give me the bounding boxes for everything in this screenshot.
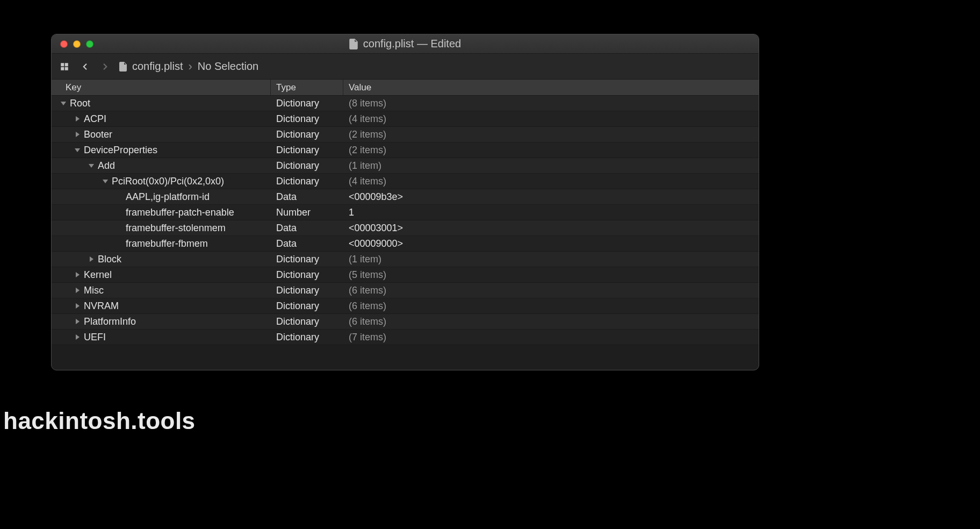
key-cell[interactable]: Misc (52, 283, 271, 298)
type-cell[interactable]: Number (271, 205, 343, 220)
type-cell[interactable]: Data (271, 189, 343, 204)
value-cell[interactable]: (8 items) (343, 96, 759, 111)
table-row[interactable]: UEFIDictionary(7 items) (52, 330, 759, 345)
breadcrumb-selection[interactable]: No Selection (198, 60, 258, 73)
value-cell[interactable]: (6 items) (343, 314, 759, 329)
key-cell[interactable]: UEFI (52, 330, 271, 345)
type-cell[interactable]: Dictionary (271, 283, 343, 298)
type-cell[interactable]: Data (271, 220, 343, 235)
value-cell[interactable]: <00003001> (343, 220, 759, 235)
value-cell[interactable]: (4 items) (343, 111, 759, 126)
table-row[interactable]: PlatformInfoDictionary(6 items) (52, 314, 759, 330)
key-cell[interactable]: AAPL,ig-platform-id (52, 189, 271, 204)
key-label: UEFI (84, 332, 106, 343)
type-cell[interactable]: Dictionary (271, 111, 343, 126)
key-cell[interactable]: Add (52, 158, 271, 173)
key-cell[interactable]: framebuffer-patch-enable (52, 205, 271, 220)
table-row[interactable]: MiscDictionary(6 items) (52, 283, 759, 298)
key-label: ACPI (84, 113, 106, 125)
value-cell[interactable]: (2 items) (343, 127, 759, 142)
column-header-type[interactable]: Type (271, 80, 343, 95)
key-cell[interactable]: NVRAM (52, 298, 271, 313)
type-cell[interactable]: Dictionary (271, 158, 343, 173)
table-row[interactable]: NVRAMDictionary(6 items) (52, 298, 759, 314)
table-row[interactable]: framebuffer-patch-enableNumber1 (52, 205, 759, 220)
table-row[interactable]: ACPIDictionary(4 items) (52, 111, 759, 127)
layout-grid-button[interactable] (58, 60, 71, 73)
value-cell[interactable]: (1 item) (343, 158, 759, 173)
document-icon (119, 62, 127, 72)
table-row[interactable]: RootDictionary(8 items) (52, 96, 759, 111)
key-cell[interactable]: framebuffer-stolenmem (52, 220, 271, 235)
value-cell[interactable]: (1 item) (343, 252, 759, 267)
value-cell[interactable]: <00009b3e> (343, 189, 759, 204)
breadcrumb-file[interactable]: config.plist (132, 60, 183, 73)
window-title-text: config.plist — Edited (363, 38, 461, 50)
type-cell[interactable]: Dictionary (271, 330, 343, 345)
key-cell[interactable]: framebuffer-fbmem (52, 236, 271, 251)
type-cell[interactable]: Data (271, 236, 343, 251)
type-cell[interactable]: Dictionary (271, 267, 343, 282)
disclosure-down-icon[interactable] (102, 178, 109, 184)
type-cell[interactable]: Dictionary (271, 142, 343, 158)
value-cell[interactable]: <00009000> (343, 236, 759, 251)
key-cell[interactable]: DeviceProperties (52, 142, 271, 158)
disclosure-right-icon[interactable] (74, 318, 81, 325)
value-cell[interactable]: (4 items) (343, 174, 759, 189)
value-cell[interactable]: (6 items) (343, 283, 759, 298)
disclosure-right-icon[interactable] (74, 303, 81, 309)
key-cell[interactable]: PciRoot(0x0)/Pci(0x2,0x0) (52, 174, 271, 189)
disclosure-right-icon[interactable] (74, 116, 81, 122)
minimize-window-button[interactable] (73, 40, 81, 48)
table-row[interactable]: BooterDictionary(2 items) (52, 127, 759, 142)
titlebar[interactable]: config.plist — Edited (52, 34, 759, 54)
table-row[interactable]: PciRoot(0x0)/Pci(0x2,0x0)Dictionary(4 it… (52, 174, 759, 189)
key-label: PciRoot(0x0)/Pci(0x2,0x0) (112, 176, 224, 187)
key-cell[interactable]: Booter (52, 127, 271, 142)
column-header-value[interactable]: Value (343, 80, 759, 95)
key-cell[interactable]: PlatformInfo (52, 314, 271, 329)
disclosure-down-icon[interactable] (60, 100, 67, 106)
value-cell[interactable]: (6 items) (343, 298, 759, 313)
table-row[interactable]: DevicePropertiesDictionary(2 items) (52, 142, 759, 158)
type-cell[interactable]: Dictionary (271, 96, 343, 111)
nav-back-button[interactable] (78, 60, 91, 73)
type-cell[interactable]: Dictionary (271, 252, 343, 267)
type-cell[interactable]: Dictionary (271, 298, 343, 313)
disclosure-down-icon[interactable] (74, 147, 81, 153)
value-cell[interactable]: (5 items) (343, 267, 759, 282)
type-cell[interactable]: Dictionary (271, 127, 343, 142)
table-row[interactable]: KernelDictionary(5 items) (52, 267, 759, 283)
key-cell[interactable]: ACPI (52, 111, 271, 126)
key-cell[interactable]: Block (52, 252, 271, 267)
table-row[interactable]: framebuffer-stolenmemData<00003001> (52, 220, 759, 236)
table-row[interactable]: AAPL,ig-platform-idData<00009b3e> (52, 189, 759, 205)
disclosure-right-icon[interactable] (74, 271, 81, 278)
type-cell[interactable]: Dictionary (271, 174, 343, 189)
key-label: framebuffer-patch-enable (126, 207, 234, 218)
watermark-text: hackintosh.tools (3, 408, 196, 434)
nav-forward-button[interactable] (99, 60, 112, 73)
disclosure-right-icon[interactable] (74, 334, 81, 340)
outline-rows[interactable]: RootDictionary(8 items)ACPIDictionary(4 … (52, 96, 759, 370)
key-cell[interactable]: Root (52, 96, 271, 111)
table-row[interactable]: framebuffer-fbmemData<00009000> (52, 236, 759, 252)
key-cell[interactable]: Kernel (52, 267, 271, 282)
column-header-key[interactable]: Key (52, 80, 271, 95)
value-cell[interactable]: (7 items) (343, 330, 759, 345)
disclosure-right-icon[interactable] (74, 287, 81, 294)
zoom-window-button[interactable] (86, 40, 93, 48)
close-window-button[interactable] (60, 40, 68, 48)
value-cell[interactable]: (2 items) (343, 142, 759, 158)
chevron-right-icon: › (189, 61, 192, 73)
type-cell[interactable]: Dictionary (271, 314, 343, 329)
editor-window: config.plist — Edited config.plist › No … (51, 34, 759, 370)
disclosure-right-icon[interactable] (88, 256, 95, 262)
table-row[interactable]: BlockDictionary(1 item) (52, 252, 759, 267)
table-row[interactable]: AddDictionary(1 item) (52, 158, 759, 174)
disclosure-down-icon[interactable] (88, 162, 95, 169)
key-label: framebuffer-fbmem (126, 238, 208, 249)
value-cell[interactable]: 1 (343, 205, 759, 220)
disclosure-right-icon[interactable] (74, 131, 81, 138)
key-label: Kernel (84, 269, 112, 281)
